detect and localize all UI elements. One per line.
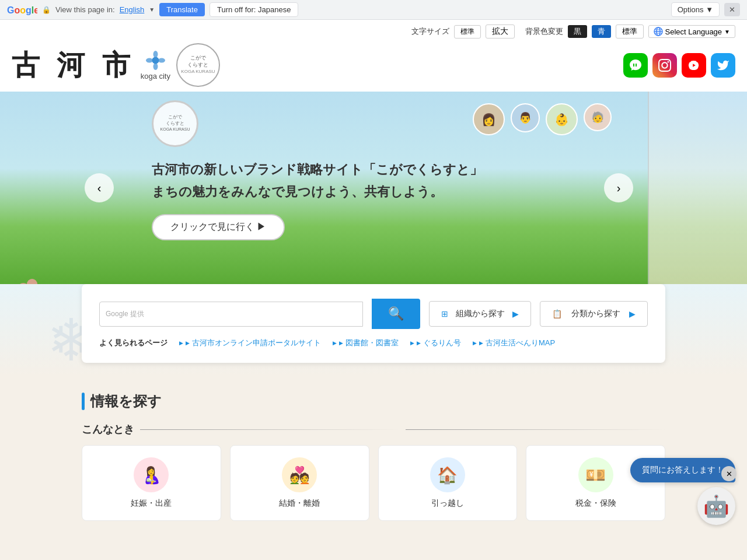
- twitter-icon[interactable]: [711, 53, 735, 78]
- search-row: Google 提供 🔍 ⊞ 組織から探す ▶ 📋 分類から探す ▶: [99, 299, 648, 329]
- category-search-button[interactable]: 📋 分類から探す ▶: [540, 301, 648, 327]
- kotoki-section: こんなとき 🤱 妊娠・出産 💑 結婚・離婚 🏠 引っ越し 💴 税金・保険: [82, 422, 665, 521]
- quick-link-2[interactable]: ▶ 図書館・図書室: [333, 338, 399, 348]
- svg-point-6: [152, 57, 159, 64]
- search-button[interactable]: 🔍: [372, 299, 420, 329]
- social-icons: [623, 53, 735, 78]
- quick-link-4[interactable]: ▶ 古河生活べんりMAP: [473, 338, 555, 348]
- banner-sub-text: まちの魅力をみんなで見つけよう、共有しよう。: [152, 181, 624, 202]
- google-logo: Google: [7, 5, 37, 15]
- koga-city-branding: koga city: [141, 50, 170, 80]
- quick-link-3[interactable]: ▶ ぐるりん号: [410, 338, 461, 348]
- google-provide-label: Google 提供: [100, 309, 150, 319]
- moving-label: 引っ越し: [388, 498, 508, 509]
- youtube-icon[interactable]: [682, 53, 706, 78]
- header: 文字サイズ 標準 拡大 背景色変更 黒 青 標準 Select Language…: [0, 20, 747, 92]
- life-event-pregnancy[interactable]: 🤱 妊娠・出産: [82, 445, 221, 521]
- quick-links: よく見られるページ ▶ 古河市オンライン申請ポータルサイト ▶ 図書館・図書室 …: [99, 338, 648, 348]
- font-size-label: 文字サイズ: [411, 26, 449, 37]
- category-arrow-icon: ▶: [629, 309, 636, 318]
- language-link[interactable]: English: [120, 5, 145, 14]
- lock-icon: 🔒: [42, 6, 51, 14]
- banner-kurasu-logo: こがでくらすとKOGA KURASU: [152, 100, 198, 147]
- banner-text: 古河市の新しいブランド戦略サイト「こがでくらすと」 まちの魅力をみんなで見つけよ…: [152, 159, 624, 202]
- bg-color-label: 背景色変更: [525, 26, 563, 37]
- tax-icon: 💴: [578, 457, 613, 492]
- search-area: Google 提供 🔍 ⊞ 組織から探す ▶ 📋 分類から探す ▶ よく見られる…: [82, 284, 665, 363]
- quick-link-arrow-1: ▶: [186, 340, 190, 346]
- chatbot[interactable]: 質問にお答えします！ 🤖: [630, 458, 735, 521]
- org-arrow-icon: ▶: [512, 309, 519, 318]
- category-icon: 📋: [552, 309, 562, 318]
- kotoki-title-text: こんなとき: [82, 422, 134, 436]
- quick-link-arrow-3: ▶: [417, 340, 421, 346]
- search-input-wrap: Google 提供: [99, 302, 363, 327]
- banner-cta-button[interactable]: クリックで見に行く ▶: [152, 214, 285, 240]
- kurasu-logo[interactable]: こがでくらすとKOGA KURASU: [176, 43, 220, 87]
- org-icon: ⊞: [441, 309, 448, 318]
- select-language-label: Select Language: [665, 27, 722, 36]
- search-icon: 🔍: [388, 306, 404, 321]
- slider-prev-button[interactable]: ‹: [85, 173, 114, 202]
- quick-link-arrow-4: ▶: [479, 340, 483, 346]
- kotoki-title: こんなとき: [82, 422, 665, 436]
- pregnancy-label: 妊娠・出産: [91, 498, 212, 509]
- section-title-bar: [82, 393, 85, 410]
- font-large-button[interactable]: 拡大: [486, 24, 515, 38]
- close-translate-button[interactable]: ✕: [724, 3, 740, 16]
- search-input[interactable]: [150, 302, 362, 326]
- banner-area: こがでくらすとKOGA KURASU 古河市の新しいブランド戦略サイト「こがでく…: [0, 92, 747, 284]
- search-section: ❄ Google 提供 🔍 ⊞ 組織から探す ▶ 📋 分類から探す ▶ よく見ら…: [0, 284, 747, 374]
- quick-link-label-3: ぐるりん号: [423, 338, 461, 348]
- options-button[interactable]: Options ▼: [671, 2, 720, 17]
- bg-black-button[interactable]: 黒: [568, 25, 587, 38]
- svg-point-7: [153, 51, 158, 58]
- view-text: View this page in:: [55, 5, 115, 14]
- life-events-grid: 🤱 妊娠・出産 💑 結婚・離婚 🏠 引っ越し 💴 税金・保険: [82, 445, 665, 521]
- koga-flower-icon: [145, 50, 166, 71]
- translate-button[interactable]: Translate: [159, 3, 205, 16]
- bg-blue-button[interactable]: 青: [592, 25, 611, 38]
- chatbot-close-button[interactable]: ✕: [721, 466, 736, 481]
- kotoki-divider: [140, 429, 400, 430]
- quick-link-label-4: 古河生活べんりMAP: [486, 338, 555, 348]
- instagram-icon[interactable]: [652, 53, 677, 78]
- city-name[interactable]: 古 河 市: [12, 47, 135, 84]
- chatbot-bubble-text: 質問にお答えします！: [642, 465, 724, 474]
- banner-content: こがでくらすとKOGA KURASU 古河市の新しいブランド戦略サイト「こがでく…: [128, 92, 648, 284]
- org-search-button[interactable]: ⊞ 組織から探す ▶: [429, 301, 531, 327]
- section-title: 情報を探す: [82, 392, 665, 411]
- svg-text:Google: Google: [7, 5, 37, 15]
- quick-links-title: よく見られるページ: [99, 338, 167, 348]
- line-icon[interactable]: [623, 53, 648, 78]
- koga-city-label: koga city: [141, 72, 170, 80]
- select-language-arrow: ▼: [724, 29, 730, 35]
- banner-cta-label: クリックで見に行く ▶: [170, 221, 266, 233]
- font-normal-button[interactable]: 標準: [454, 25, 481, 38]
- svg-point-9: [146, 58, 153, 62]
- kurasu-logo-text: こがでくらすとKOGA KURASU: [181, 55, 215, 75]
- font-controls: 文字サイズ 標準 拡大 背景色変更 黒 青 標準 Select Language…: [12, 24, 735, 38]
- pregnancy-icon: 🤱: [134, 457, 169, 492]
- turnoff-button[interactable]: Turn off for: Japanese: [210, 2, 298, 17]
- life-event-moving[interactable]: 🏠 引っ越し: [378, 445, 518, 521]
- marriage-label: 結婚・離婚: [239, 498, 360, 509]
- category-btn-label: 分類から探す: [571, 309, 620, 319]
- life-event-marriage[interactable]: 💑 結婚・離婚: [230, 445, 369, 521]
- next-arrow-icon: ›: [617, 181, 621, 195]
- prev-arrow-icon: ‹: [97, 181, 102, 195]
- slider-next-button[interactable]: ›: [604, 173, 633, 202]
- select-language-button[interactable]: Select Language ▼: [648, 25, 736, 38]
- dropdown-arrow: ▼: [149, 6, 155, 13]
- bg-standard-button[interactable]: 標準: [616, 24, 644, 38]
- header-main: 古 河 市 koga city こがでくらすとKOGA KURASU: [12, 43, 735, 87]
- chatbot-mascot[interactable]: 🤖: [697, 487, 735, 521]
- svg-point-10: [158, 58, 165, 62]
- globe-icon: [654, 27, 663, 36]
- moving-icon: 🏠: [430, 457, 465, 492]
- quick-link-1[interactable]: ▶ 古河市オンライン申請ポータルサイト: [179, 338, 321, 348]
- org-btn-label: 組織から探す: [456, 309, 505, 319]
- cherry-tree-decoration: [0, 150, 82, 284]
- quick-link-label-2: 図書館・図書室: [345, 338, 399, 348]
- svg-point-8: [153, 63, 158, 70]
